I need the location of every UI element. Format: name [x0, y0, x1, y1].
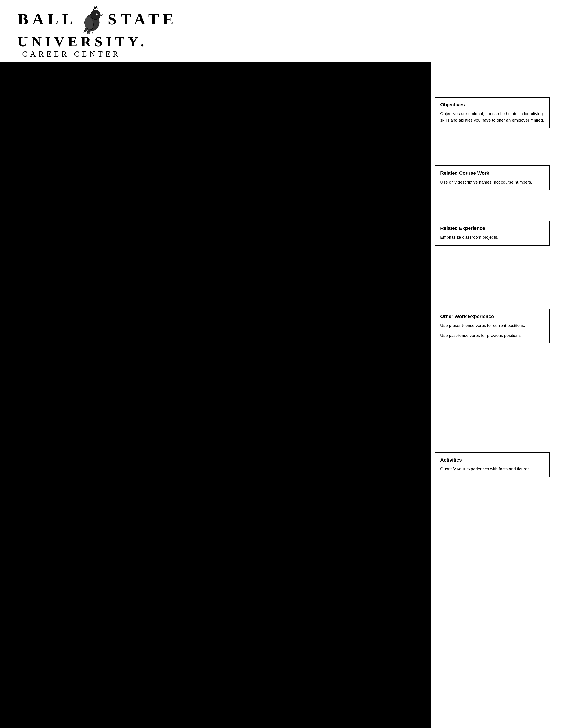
- other-work-experience-box: Other Work Experience Use present-tense …: [435, 309, 550, 343]
- activities-title: Activities: [440, 457, 544, 463]
- related-course-work-text: Use only descriptive names, not course n…: [440, 179, 544, 186]
- logo-career-text: CAREER CENTER: [22, 50, 121, 58]
- university-logo-icon: [79, 4, 105, 35]
- svg-point-6: [97, 13, 98, 14]
- logo-sub-text: UNIVERSITY.: [18, 35, 147, 49]
- objectives-box: Objectives Objectives are optional, but …: [435, 97, 550, 128]
- related-course-work-title: Related Course Work: [440, 170, 544, 176]
- logo-area: BALL: [0, 0, 431, 62]
- related-experience-title: Related Experience: [440, 225, 544, 231]
- objectives-title: Objectives: [440, 102, 544, 108]
- objectives-text: Objectives are optional, but can be help…: [440, 111, 544, 123]
- other-work-experience-text2: Use past-tense verbs for previous positi…: [440, 332, 544, 339]
- page-container: BALL: [0, 0, 563, 728]
- related-experience-text: Emphasize classroom projects.: [440, 234, 544, 241]
- related-course-work-box: Related Course Work Use only descriptive…: [435, 165, 550, 190]
- svg-point-1: [91, 10, 100, 20]
- logo-ball-text: BALL: [18, 11, 77, 27]
- logo-state-text: STATE: [108, 11, 177, 27]
- logo-main-text: BALL: [18, 4, 177, 35]
- activities-box: Activities Quantify your experiences wit…: [435, 452, 550, 477]
- activities-text: Quantify your experiences with facts and…: [440, 466, 544, 472]
- related-experience-box: Related Experience Emphasize classroom p…: [435, 221, 550, 246]
- other-work-experience-text1: Use present-tense verbs for current posi…: [440, 323, 544, 329]
- main-content-area: [0, 0, 431, 728]
- other-work-experience-title: Other Work Experience: [440, 314, 544, 319]
- logo-text-container: BALL: [18, 4, 177, 58]
